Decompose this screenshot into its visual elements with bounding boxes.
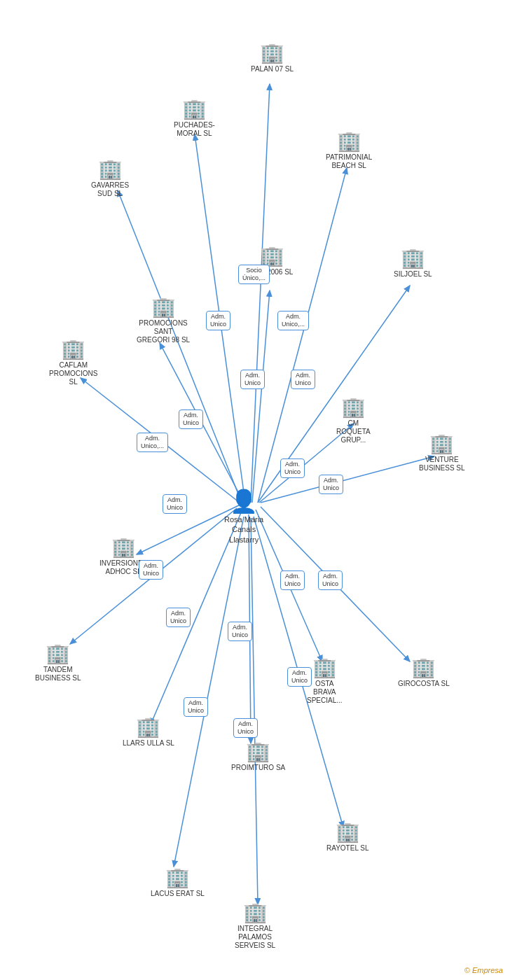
svg-line-0 [251, 84, 270, 503]
label-patrimonial: PATRIMONIALBEACH SL [326, 153, 372, 170]
node-caflam[interactable]: 🏢 CAFLAMPROMOCIONSSL [49, 340, 97, 386]
svg-line-2 [118, 190, 242, 503]
building-icon-proimturo: 🏢 [246, 742, 270, 762]
building-icon-rayotel: 🏢 [336, 822, 360, 842]
node-puchades[interactable]: 🏢 PUCHADES-MORAL SL [174, 99, 215, 138]
building-icon-palan07: 🏢 [260, 43, 284, 63]
node-rayotel[interactable]: 🏢 RAYOTEL SL [326, 822, 369, 853]
label-llarsulla: LLARS ULLA SL [123, 739, 174, 748]
node-siljoel[interactable]: 🏢 SILJOEL SL [394, 248, 432, 279]
network-diagram: 👤 Rosa Maria Canals Llastarry 🏢 PALAN 07… [0, 0, 510, 980]
node-gavarres[interactable]: 🏢 GAVARRESSUD SL [91, 160, 129, 198]
role-badge-adm-unico-10[interactable]: Adm.Unico [139, 560, 163, 580]
label-promocions: PROMOCIONSSANTGREGORI 98 SL [137, 319, 190, 344]
building-icon-lacuserat: 🏢 [165, 868, 190, 888]
node-venture[interactable]: 🏢 VENTUREBUSINESS SL [419, 434, 465, 472]
role-badge-adm-unico-7[interactable]: Adm.Unico [280, 458, 305, 478]
svg-line-4 [252, 290, 270, 503]
label-cmroqueta: CMROQUETAGRUP... [336, 419, 371, 444]
watermark: © Empresa [464, 966, 503, 974]
label-rayotel: RAYOTEL SL [326, 844, 369, 853]
building-icon-gavarres: 🏢 [98, 160, 123, 179]
role-badge-adm-unico-6[interactable]: Adm.Unico [179, 410, 203, 429]
building-icon-integral: 🏢 [243, 903, 268, 923]
role-badge-adm-unico-11[interactable]: Adm.Unico [280, 570, 305, 590]
label-palan07: PALAN 07 SL [251, 65, 294, 74]
label-puchades: PUCHADES-MORAL SL [174, 121, 215, 138]
building-icon-cmroqueta: 🏢 [341, 398, 366, 417]
node-integral[interactable]: 🏢 INTEGRALPALAMOSSERVEIS SL [235, 903, 275, 950]
role-badge-adm-unico-5[interactable]: Adm.Unico,... [137, 433, 168, 452]
node-lacuserat[interactable]: 🏢 LACUS ERAT SL [151, 868, 205, 898]
svg-line-3 [258, 168, 347, 503]
role-badge-adm-unico-1[interactable]: Adm.Unico,... [277, 311, 309, 330]
node-promocions[interactable]: 🏢 PROMOCIONSSANTGREGORI 98 SL [137, 298, 190, 344]
center-person[interactable]: 👤 Rosa Maria Canals Llastarry [224, 490, 263, 545]
building-icon-promocions: 🏢 [151, 298, 176, 317]
person-icon: 👤 [230, 490, 258, 512]
building-icon-venture: 🏢 [429, 434, 454, 454]
role-badge-adm-unico-8[interactable]: Adm.Unico [319, 475, 343, 494]
node-girocosta[interactable]: 🏢 GIROCOSTA SL [398, 658, 450, 688]
label-tandem: TANDEMBUSINESS SL [35, 666, 81, 682]
label-costabrava: OSTABRAVASPECIAL... [307, 680, 343, 705]
label-girocosta: GIROCOSTA SL [398, 680, 450, 688]
label-caflam: CAFLAMPROMOCIONSSL [49, 361, 97, 386]
role-badge-adm-unico-3[interactable]: Adm.Unico [240, 370, 265, 389]
label-proimturo: PROIMTURO SA [231, 764, 285, 772]
building-icon-girocosta: 🏢 [411, 658, 436, 678]
building-icon-costabrava: 🏢 [312, 658, 337, 678]
label-venture: VENTUREBUSINESS SL [419, 456, 465, 472]
role-badge-adm-unico-13[interactable]: Adm.Unico [166, 608, 191, 627]
node-costabrava[interactable]: 🏢 OSTABRAVASPECIAL... [307, 658, 343, 705]
building-icon-puchades: 🏢 [182, 99, 207, 119]
role-badge-adm-unico-9[interactable]: Adm.Unico [163, 494, 187, 514]
building-icon-any2006: 🏢 [260, 246, 284, 266]
svg-line-18 [251, 518, 258, 904]
role-badge-adm-unico-16[interactable]: Adm.Unico [184, 697, 208, 717]
node-patrimonial[interactable]: 🏢 PATRIMONIALBEACH SL [326, 132, 372, 170]
label-siljoel: SILJOEL SL [394, 270, 432, 279]
building-icon-inversiones: 🏢 [111, 538, 136, 557]
node-tandem[interactable]: 🏢 TANDEMBUSINESS SL [35, 644, 81, 682]
building-icon-caflam: 🏢 [61, 340, 85, 359]
label-lacuserat: LACUS ERAT SL [151, 890, 205, 898]
node-cmroqueta[interactable]: 🏢 CMROQUETAGRUP... [336, 398, 371, 444]
role-badge-adm-unico-15[interactable]: Adm.Unico [287, 667, 312, 687]
building-icon-tandem: 🏢 [46, 644, 70, 664]
label-integral: INTEGRALPALAMOSSERVEIS SL [235, 925, 275, 950]
label-gavarres: GAVARRESSUD SL [91, 181, 129, 198]
building-icon-patrimonial: 🏢 [337, 132, 361, 151]
role-badge-adm-unico-17[interactable]: Adm.Unico [233, 718, 258, 738]
building-icon-llarsulla: 🏢 [136, 718, 160, 737]
building-icon-siljoel: 🏢 [401, 248, 425, 268]
node-proimturo[interactable]: 🏢 PROIMTURO SA [231, 742, 285, 772]
svg-line-17 [174, 517, 244, 867]
role-badge-adm-unico-2[interactable]: Adm.Unico [206, 311, 230, 330]
node-llarsulla[interactable]: 🏢 LLARS ULLA SL [123, 718, 174, 748]
person-name: Rosa Maria Canals Llastarry [224, 514, 263, 545]
node-palan07[interactable]: 🏢 PALAN 07 SL [251, 43, 294, 74]
role-badge-socio-unico[interactable]: SocioÚnico,... [238, 265, 270, 284]
role-badge-adm-unico-12[interactable]: Adm.Unico [318, 570, 343, 590]
role-badge-adm-unico-4[interactable]: Adm.Unico [291, 370, 315, 389]
role-badge-adm-unico-14[interactable]: Adm.Unico [228, 622, 252, 641]
